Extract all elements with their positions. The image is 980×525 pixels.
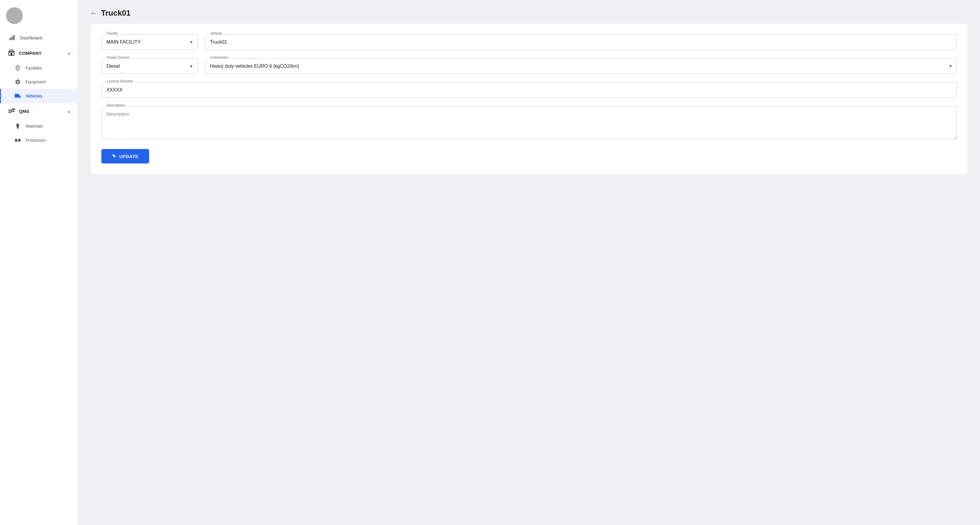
qms-label: QMS (19, 109, 63, 114)
svg-rect-9 (16, 124, 19, 127)
pencil-icon: ✎ (112, 153, 116, 159)
facilities-label: Facilities (25, 65, 42, 70)
sidebar-item-company[interactable]: COMPANY ▲ (0, 45, 78, 61)
vehicles-label: Vehicles (25, 94, 42, 99)
vehicle-field: Vehicle (205, 34, 957, 50)
equipment-label: Equipment (25, 80, 46, 84)
sidebar-item-vehicles[interactable]: Vehicles (0, 89, 78, 103)
form-row-3: Licence Number (101, 82, 957, 98)
form-row-4: Description (101, 106, 957, 140)
dashboard-label: Dashboard (20, 35, 71, 40)
svg-rect-10 (17, 127, 19, 129)
svg-rect-1 (11, 37, 13, 40)
avatar-area (0, 0, 78, 30)
location-icon (14, 65, 21, 71)
conversion-field: Conversion Heavy duty vehicles EURO 6 (k… (205, 58, 957, 74)
gear-icon (14, 79, 21, 85)
qms-icon (8, 107, 15, 115)
facility-select[interactable]: MAIN FACILITY (101, 34, 197, 49)
facility-field: Facility MAIN FACILITY ▼ (101, 34, 197, 50)
qms-chevron: ▲ (67, 110, 71, 113)
description-textarea[interactable] (101, 106, 957, 139)
power-source-field: Power Source Diesel ▼ (101, 58, 197, 74)
vehicle-input[interactable] (205, 34, 957, 50)
update-label: UPDATE (119, 154, 138, 159)
vehicle-label: Vehicle (209, 31, 223, 35)
facility-select-wrapper: MAIN FACILITY ▼ (101, 34, 197, 49)
power-source-label: Power Source (105, 55, 130, 60)
form-row-1: Facility MAIN FACILITY ▼ Vehicle (101, 34, 957, 50)
svg-rect-7 (10, 50, 13, 52)
svg-rect-12 (18, 139, 21, 142)
page-header: ← Truck01 (78, 0, 980, 23)
licence-input[interactable] (101, 82, 957, 98)
power-source-select-wrapper: Diesel ▼ (101, 58, 197, 74)
company-icon (8, 49, 15, 57)
description-label: Description (105, 103, 126, 107)
conversion-select[interactable]: Heavy duty vehicles EURO 6 (kgCO2/km) (205, 58, 957, 74)
materials-icon (14, 123, 21, 129)
svg-rect-2 (14, 35, 15, 40)
svg-rect-4 (11, 53, 12, 55)
sidebar-item-production[interactable]: Production (0, 133, 78, 147)
update-button[interactable]: ✎ UPDATE (101, 149, 149, 163)
sidebar-item-materials[interactable]: Materials (0, 119, 78, 133)
licence-label: Licence Number (105, 79, 134, 83)
main-content: ← Truck01 Facility MAIN FACILITY ▼ Vehic… (78, 0, 980, 525)
svg-rect-5 (10, 52, 11, 53)
materials-label: Materials (25, 124, 43, 129)
dashboard-icon (8, 34, 16, 41)
sidebar-item-dashboard[interactable]: Dashboard (0, 30, 78, 45)
back-button[interactable]: ← (90, 10, 97, 17)
facility-label: Facility (105, 31, 119, 35)
company-label: COMPANY (19, 51, 63, 56)
svg-rect-6 (13, 52, 14, 53)
svg-point-8 (17, 67, 18, 68)
svg-rect-0 (10, 38, 11, 40)
sidebar: Dashboard COMPANY ▲ Facilities Equipment (0, 0, 78, 525)
conversion-label: Conversion (209, 55, 230, 60)
company-chevron: ▲ (67, 51, 71, 55)
production-label: Production (25, 138, 46, 143)
sidebar-nav: Dashboard COMPANY ▲ Facilities Equipment (0, 30, 78, 525)
sidebar-item-equipment[interactable]: Equipment (0, 75, 78, 89)
power-source-select[interactable]: Diesel (101, 58, 197, 74)
form-row-2: Power Source Diesel ▼ Conversion Heavy d… (101, 58, 957, 74)
avatar (6, 7, 23, 24)
licence-field: Licence Number (101, 82, 957, 98)
description-field: Description (101, 106, 957, 140)
page-title: Truck01 (101, 8, 130, 18)
truck-icon (14, 93, 21, 99)
svg-rect-11 (15, 139, 17, 142)
conversion-select-wrapper: Heavy duty vehicles EURO 6 (kgCO2/km) ▼ (205, 58, 957, 74)
form-card: Facility MAIN FACILITY ▼ Vehicle Power S… (90, 23, 968, 175)
production-icon (14, 137, 21, 144)
sidebar-item-facilities[interactable]: Facilities (0, 61, 78, 75)
sidebar-item-qms[interactable]: QMS ▲ (0, 103, 78, 119)
